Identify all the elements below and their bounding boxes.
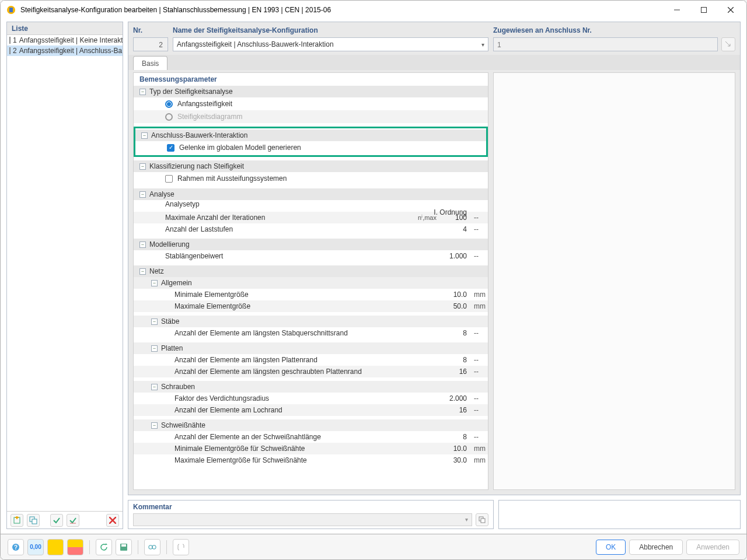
close-button[interactable] <box>717 1 744 19</box>
collapse-icon[interactable]: − <box>151 318 158 325</box>
max-elem-value[interactable]: 50.0 <box>440 302 470 310</box>
apply-button[interactable]: Anwenden <box>686 540 739 555</box>
collapse-icon[interactable]: − <box>151 345 158 352</box>
stablaengen-value[interactable]: 1.000 <box>440 252 470 260</box>
svg-rect-21 <box>152 545 156 549</box>
app-icon <box>6 5 16 15</box>
units-button[interactable]: 0,00 <box>27 539 44 555</box>
script-button[interactable] <box>173 539 189 555</box>
min-elem-value[interactable]: 10.0 <box>440 290 470 299</box>
comment-edit-button[interactable] <box>476 513 488 526</box>
checkbox-icon <box>165 175 173 183</box>
svg-rect-15 <box>481 519 485 523</box>
config-list[interactable]: 1 Anfangssteifigkeit | Keine Interaktion… <box>7 35 123 511</box>
group-modellierung[interactable]: −Modellierung <box>134 239 488 250</box>
save-button[interactable] <box>116 539 132 555</box>
group-staebe[interactable]: −Stäbe <box>134 316 488 327</box>
list-item[interactable]: 1 Anfangssteifigkeit | Keine Interaktion… <box>7 35 123 46</box>
tabs: Basis <box>128 55 740 70</box>
top-field-row: Nr. 2 Name der Steifigkeitsanalyse-Konfi… <box>128 22 740 55</box>
collapse-icon[interactable]: − <box>151 422 158 429</box>
color-swatch-icon <box>9 37 11 44</box>
collapse-icon[interactable]: − <box>139 268 146 275</box>
checkbox-icon <box>167 144 174 152</box>
color-swatch-icon <box>9 47 11 54</box>
max-iterations-value[interactable]: 100 <box>440 214 470 222</box>
dialog-window: Steifigkeitsanalyse-Konfiguration bearbe… <box>0 0 747 560</box>
radio-anfangssteifigkeit[interactable]: Anfangssteifigkeit <box>134 97 488 110</box>
sw3-value[interactable]: 30.0 <box>440 456 470 464</box>
pick-button[interactable] <box>721 37 735 51</box>
group-schrauben[interactable]: −Schrauben <box>134 381 488 393</box>
check-rahmen[interactable]: Rahmen mit Aussteifungssystemen <box>134 172 488 185</box>
minimize-button[interactable] <box>664 1 690 19</box>
group-netz[interactable]: −Netz <box>134 265 488 277</box>
comment-right-panel <box>498 500 741 529</box>
delete-button[interactable] <box>106 514 119 527</box>
svg-rect-19 <box>121 544 126 547</box>
section-bemessung: Bemessungsparameter <box>134 73 488 86</box>
radio-steifigkeitsdiagramm[interactable]: Steifigkeitsdiagramm <box>134 110 488 123</box>
plat1-value[interactable]: 8 <box>440 356 470 364</box>
sw2-value[interactable]: 10.0 <box>440 444 470 453</box>
check-in-button[interactable] <box>50 514 63 527</box>
svg-rect-1 <box>9 8 13 12</box>
nr-field[interactable]: 2 <box>133 37 168 51</box>
group-schweissnaehte[interactable]: −Schweißnähte <box>134 419 488 431</box>
stab-elem-value[interactable]: 8 <box>440 329 470 337</box>
sch2-value[interactable]: 16 <box>440 406 470 414</box>
maximize-button[interactable] <box>690 1 717 19</box>
check-out-button[interactable] <box>67 514 79 527</box>
group-allgemein[interactable]: −Allgemein <box>134 277 488 289</box>
chevron-down-icon: ▾ <box>481 41 484 48</box>
right-details-panel <box>493 72 735 490</box>
sch1-value[interactable]: 2.000 <box>440 394 470 402</box>
collapse-icon[interactable]: − <box>151 384 158 390</box>
window-title: Steifigkeitsanalyse-Konfiguration bearbe… <box>20 6 664 14</box>
chevron-down-icon: ▾ <box>465 516 468 523</box>
group-klassifizierung[interactable]: −Klassifizierung nach Steifigkeit <box>134 160 488 172</box>
plat2-value[interactable]: 16 <box>440 368 470 376</box>
comment-input[interactable]: ▾ <box>133 513 472 526</box>
collapse-icon[interactable]: − <box>139 89 146 95</box>
group-interaktion[interactable]: −Anschluss-Bauwerk-Interaktion <box>135 130 486 141</box>
left-toolbar <box>7 511 123 528</box>
parameters-tree[interactable]: Bemessungsparameter −Typ der Steifigkeit… <box>133 72 488 490</box>
nr-label: Nr. <box>133 26 168 35</box>
collapse-icon[interactable]: − <box>139 191 146 198</box>
collapse-icon[interactable]: − <box>139 163 146 170</box>
radio-icon <box>165 100 173 108</box>
svg-text:?: ? <box>14 544 18 551</box>
color-b-button[interactable] <box>67 539 83 555</box>
copy-button[interactable] <box>27 514 40 527</box>
cancel-button[interactable]: Abbrechen <box>629 540 683 555</box>
refresh-button[interactable] <box>96 539 112 555</box>
tab-basis[interactable]: Basis <box>133 56 167 70</box>
color-a-button[interactable] <box>47 539 64 555</box>
name-label: Name der Steifigkeitsanalyse-Konfigurati… <box>173 26 488 35</box>
comment-label: Kommentar <box>133 503 488 511</box>
laststufen-value[interactable]: 4 <box>440 225 470 233</box>
collapse-icon[interactable]: − <box>141 132 148 139</box>
left-list-header: Liste <box>7 22 123 35</box>
titlebar: Steifigkeitsanalyse-Konfiguration bearbe… <box>1 1 746 19</box>
check-gelenke[interactable]: Gelenke im globalen Modell generieren <box>135 141 486 154</box>
collapse-icon[interactable]: − <box>139 242 146 248</box>
list-item[interactable]: 2 Anfangssteifigkeit | Anschluss-Bauwerk… <box>7 46 123 56</box>
svg-rect-3 <box>701 8 707 13</box>
sw1-value[interactable]: 8 <box>440 433 470 441</box>
main-panel: Nr. 2 Name der Steifigkeitsanalyse-Konfi… <box>128 22 741 495</box>
new-button[interactable] <box>11 514 23 527</box>
svg-rect-10 <box>32 519 37 524</box>
link-button[interactable] <box>144 539 160 555</box>
help-button[interactable]: ? <box>8 539 24 555</box>
group-platten[interactable]: −Platten <box>134 342 488 354</box>
comment-panel: Kommentar ▾ <box>128 500 494 529</box>
name-dropdown[interactable]: Anfangssteifigkeit | Anschluss-Bauwerk-I… <box>173 37 488 51</box>
highlighted-section: −Anschluss-Bauwerk-Interaktion Gelenke i… <box>134 127 488 157</box>
ok-button[interactable]: OK <box>596 540 626 555</box>
collapse-icon[interactable]: − <box>151 280 158 286</box>
assigned-field[interactable]: 1 <box>493 37 718 51</box>
group-analyse[interactable]: −Analyse <box>134 188 488 200</box>
group-typ[interactable]: −Typ der Steifigkeitsanalyse <box>134 86 488 97</box>
